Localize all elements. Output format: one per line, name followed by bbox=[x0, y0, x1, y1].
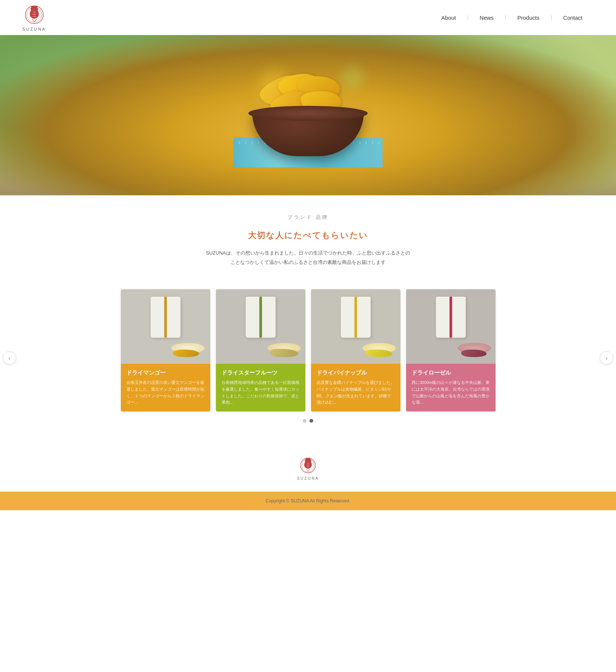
hero-illustration bbox=[237, 63, 379, 167]
product-name-roselle: ドライローゼル bbox=[412, 369, 490, 376]
chevron-right-icon: › bbox=[606, 355, 607, 361]
carousel-dot-2[interactable] bbox=[309, 419, 313, 423]
carousel-arrow-right[interactable]: › bbox=[600, 351, 613, 365]
brand-section: ブランド 品牌 大切な人にたべてもらいたい SUZUNAは、その想いから生まれま… bbox=[0, 195, 616, 274]
header: SUZUNA About | News | Products | Contact bbox=[0, 0, 616, 35]
hero-content bbox=[237, 63, 379, 167]
product-name-starfruit: ドライスターフルーツ bbox=[221, 369, 300, 376]
hero-section bbox=[0, 35, 616, 195]
product-card-roselle[interactable]: ドライローゼル 西に3000m級の山々が連なる中央山脈。東には太平洋の大海原。台… bbox=[406, 289, 496, 411]
product-card-pineapple[interactable]: ドライパイナップル 品質豊な金鑽パイナップルを選びました。パイナップルは食物繊維… bbox=[311, 289, 400, 411]
product-info-starfruit: ドライスターフルーツ 台南楠西地域特産の品種である一紅龍楊桃を厳選しました。食べ… bbox=[216, 364, 305, 411]
product-info-mango: ドライマンゴー 台南玉井産の品質の良い愛文マンゴーを厳選しました。愛文マンゴーは… bbox=[121, 364, 210, 411]
footer-logo-icon bbox=[299, 456, 317, 475]
footer-logo-section: SUZUNA bbox=[0, 441, 616, 492]
product-name-mango: ドライマンゴー bbox=[126, 369, 205, 376]
nav-products[interactable]: Products bbox=[506, 15, 550, 21]
main-nav: About | News | Products | Contact bbox=[430, 15, 594, 21]
brand-subtitle: ブランド 品牌 bbox=[7, 214, 609, 221]
carousel-track: ドライマンゴー 台南玉井産の品質の良い愛文マンゴーを厳選しました。愛文マンゴーは… bbox=[0, 289, 616, 411]
product-desc-mango: 台南玉井産の品質の良い愛文マンゴーを厳選しました。愛文マンゴーは収穫時間が短く、… bbox=[126, 379, 205, 406]
footer-bar: Copyright © SUZUNA All Rights Reserved. bbox=[0, 492, 616, 510]
chevron-left-icon: ‹ bbox=[9, 355, 10, 361]
product-card-starfruit[interactable]: ドライスターフルーツ 台南楠西地域特産の品種である一紅龍楊桃を厳選しました。食べ… bbox=[216, 289, 305, 411]
product-desc-pineapple: 品質豊な金鑽パイナップルを選びました。パイナップルは食物繊維、ビタミンB1やB6… bbox=[317, 379, 395, 406]
product-info-pineapple: ドライパイナップル 品質豊な金鑽パイナップルを選びました。パイナップルは食物繊維… bbox=[311, 364, 400, 411]
product-image-mango bbox=[121, 289, 210, 364]
brand-title: 大切な人にたべてもらいたい bbox=[7, 230, 609, 241]
copyright-text: Copyright © SUZUNA All Rights Reserved. bbox=[266, 498, 351, 504]
nav-news[interactable]: News bbox=[468, 15, 505, 21]
nav-about[interactable]: About bbox=[430, 15, 467, 21]
logo-icon bbox=[23, 4, 45, 26]
product-info-roselle: ドライローゼル 西に3000m級の山々が連なる中央山脈。東には太平洋の大海原。台… bbox=[406, 364, 496, 411]
product-image-pineapple bbox=[311, 289, 400, 364]
nav-contact[interactable]: Contact bbox=[552, 15, 594, 21]
product-desc-roselle: 西に3000m級の山々が連なる中央山脈。東には太平洋の大海原。台湾ならではの環境… bbox=[412, 379, 490, 406]
brand-description: SUZUNAは、その想いから生まれました。日々の生活でつかれた時、ふと思い出すふ… bbox=[205, 249, 411, 267]
products-carousel: ‹ ドライマンゴー 台南玉井産の品質の良い愛文マンゴーを厳選しました。 bbox=[0, 274, 616, 441]
carousel-dot-1[interactable] bbox=[303, 419, 307, 423]
footer-logo-text: SUZUNA bbox=[297, 476, 319, 480]
product-image-roselle bbox=[406, 289, 496, 364]
carousel-arrow-left[interactable]: ‹ bbox=[3, 351, 16, 365]
product-name-pineapple: ドライパイナップル bbox=[317, 369, 395, 376]
logo[interactable]: SUZUNA bbox=[22, 4, 46, 31]
product-card-mango[interactable]: ドライマンゴー 台南玉井産の品質の良い愛文マンゴーを厳選しました。愛文マンゴーは… bbox=[121, 289, 210, 411]
product-image-starfruit bbox=[216, 289, 305, 364]
logo-text: SUZUNA bbox=[22, 27, 46, 31]
product-desc-starfruit: 台南楠西地域特産の品種である一紅龍楊桃を厳選しました。食べやすく短冊状にカットし… bbox=[221, 379, 300, 406]
carousel-dots bbox=[0, 411, 616, 423]
